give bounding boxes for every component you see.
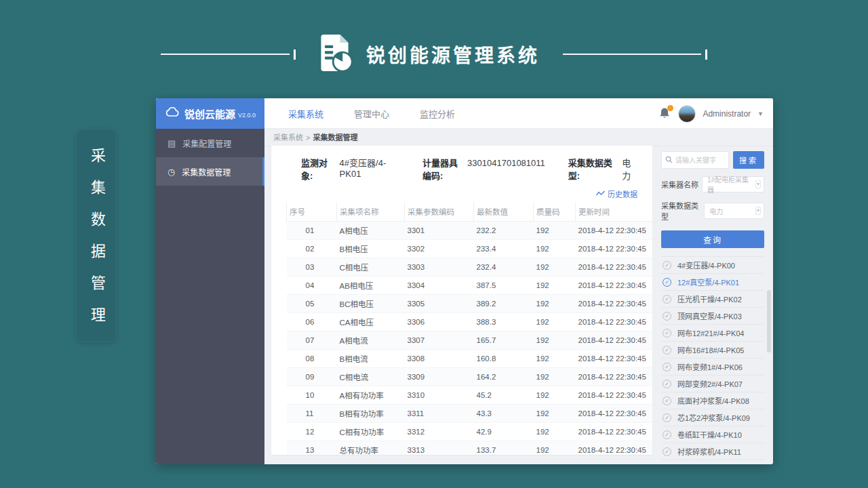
sidebar-item[interactable]: ◷ 采集数据管理 bbox=[156, 157, 264, 186]
search-field[interactable] bbox=[661, 151, 729, 169]
table-row[interactable]: 04 AB相电压 3304 387.5 192 2018-4-12 22:30:… bbox=[287, 277, 653, 295]
cell-time: 2018-4-12 22:30:45 bbox=[576, 295, 653, 313]
device-list-item[interactable]: ✓ 12#真空泵/4-PK01 bbox=[661, 274, 764, 291]
device-list-item[interactable]: ✓ 网部变频2#/4-PK07 bbox=[661, 375, 764, 392]
cell-name: B相电压 bbox=[337, 240, 405, 258]
cell-quality: 192 bbox=[534, 441, 576, 455]
table-row[interactable]: 02 B相电压 3302 233.4 192 2018-4-12 22:30:4… bbox=[287, 240, 653, 258]
cell-no: 03 bbox=[287, 258, 337, 277]
cell-quality: 192 bbox=[534, 295, 576, 313]
table-row[interactable]: 13 总有功功率 3313 133.7 192 2018-4-12 22:30:… bbox=[287, 441, 653, 455]
cell-quality: 192 bbox=[534, 258, 576, 277]
table-row[interactable]: 05 BC相电压 3305 389.2 192 2018-4-12 22:30:… bbox=[287, 295, 653, 313]
collector-select-value: 1#配电柜采集器 bbox=[707, 174, 755, 195]
device-list-item[interactable]: ✓ 网布16#18#/4-PK05 bbox=[661, 342, 764, 359]
cell-time: 2018-4-12 22:30:45 bbox=[576, 441, 653, 455]
table-header-cell: 质量码 bbox=[534, 202, 576, 222]
datatype-select[interactable]: 电力 ▾ bbox=[704, 203, 764, 219]
check-circle-icon: ✓ bbox=[663, 430, 671, 439]
cell-quality: 192 bbox=[534, 313, 576, 331]
top-nav-item[interactable]: 管理中心 bbox=[354, 107, 389, 120]
topbar-right: Administrator ▼ bbox=[659, 98, 764, 129]
cell-no: 09 bbox=[287, 368, 337, 386]
monitor-info-row: 监测对象: 4#变压器/4-PK01 计量器具编码: 3301041701081… bbox=[286, 146, 637, 182]
table-row[interactable]: 10 A相有功功率 3310 45.2 192 2018-4-12 22:30:… bbox=[287, 386, 653, 405]
page-title: 锐创能源管理系统 bbox=[366, 41, 540, 68]
cell-name: C相有功功率 bbox=[337, 423, 405, 441]
device-list-item[interactable]: ✓ 压光机干燥/4-PK02 bbox=[661, 291, 764, 308]
cell-value: 165.7 bbox=[474, 331, 534, 350]
app-topbar: 锐创云能源 V2.0.0 采集系统 管理中心 监控分析 bbox=[156, 98, 773, 129]
device-list-item[interactable]: ✓ 网布变频1#/4-PK06 bbox=[661, 359, 764, 375]
device-list-item[interactable]: ✓ 网布12#21#/4-PK04 bbox=[661, 325, 764, 342]
trend-line-icon bbox=[596, 190, 605, 198]
table-row[interactable]: 08 B相电流 3308 160.8 192 2018-4-12 22:30:4… bbox=[287, 350, 653, 368]
cell-value: 164.2 bbox=[474, 368, 534, 386]
datatype-label: 采集数据类型 bbox=[661, 200, 704, 222]
cell-code: 3304 bbox=[405, 277, 474, 295]
collector-filter-row: 采集器名称 1#配电柜采集器 ▾ bbox=[661, 176, 764, 192]
top-nav-item[interactable]: 采集系统 bbox=[288, 107, 323, 120]
cell-value: 388.3 bbox=[474, 313, 534, 331]
breadcrumb-current: 采集数据管理 bbox=[313, 134, 357, 142]
table-row[interactable]: 06 CA相电压 3306 388.3 192 2018-4-12 22:30:… bbox=[287, 313, 653, 331]
cell-no: 12 bbox=[287, 423, 337, 441]
check-circle-icon: ✓ bbox=[663, 261, 671, 270]
table-header: 序号 采集项名称 采集参数编码 最新数值 质量码 更新时间 bbox=[287, 202, 653, 222]
search-input[interactable] bbox=[675, 157, 725, 164]
search-icon bbox=[665, 154, 673, 166]
datatype-filter-row: 采集数据类型 电力 ▾ bbox=[661, 200, 764, 222]
search-button[interactable]: 搜索 bbox=[733, 151, 764, 169]
device-list-item[interactable]: ✓ 卷纸缸干燥/4-PK10 bbox=[661, 426, 764, 443]
check-circle-icon: ✓ bbox=[663, 396, 671, 405]
device-list-item[interactable]: ✓ 顶网真空泵/4-PK03 bbox=[661, 308, 764, 325]
cell-code: 3307 bbox=[405, 331, 474, 350]
cell-time: 2018-4-12 22:30:45 bbox=[576, 423, 653, 441]
breadcrumb: 采集系统>采集数据管理 bbox=[264, 129, 773, 146]
device-list-item[interactable]: ✓ 衬浆碎浆机/4-PK11 bbox=[661, 443, 764, 460]
cell-value: 232.4 bbox=[474, 258, 534, 277]
scrollbar-thumb[interactable] bbox=[767, 290, 771, 352]
device-list-item[interactable]: ✓ 芯1芯2冲浆泵/4-PK09 bbox=[661, 409, 764, 426]
table-row[interactable]: 03 C相电压 3303 232.4 192 2018-4-12 22:30:4… bbox=[287, 258, 653, 277]
avatar[interactable] bbox=[678, 105, 696, 123]
sidebar-item[interactable]: ▤ 采集配置管理 bbox=[156, 129, 264, 157]
banner: 锐创能源管理系统 bbox=[0, 27, 868, 81]
device-label: 压光机干燥/4-PK02 bbox=[677, 293, 742, 304]
breadcrumb-parent[interactable]: 采集系统 bbox=[273, 134, 303, 142]
table-row[interactable]: 11 B相有功功率 3311 43.3 192 2018-4-12 22:30:… bbox=[287, 405, 653, 423]
cell-name: B相有功功率 bbox=[337, 405, 405, 423]
cell-name: CA相电压 bbox=[337, 313, 405, 331]
notification-badge bbox=[667, 105, 673, 111]
table-header-cell: 最新数值 bbox=[474, 202, 534, 222]
cell-quality: 192 bbox=[534, 386, 576, 405]
cell-time: 2018-4-12 22:30:45 bbox=[576, 331, 653, 350]
cell-no: 10 bbox=[287, 386, 337, 405]
check-circle-icon: ✓ bbox=[663, 278, 671, 287]
device-label: 网布16#18#/4-PK05 bbox=[677, 344, 744, 355]
cell-name: 总有功功率 bbox=[337, 441, 405, 455]
check-circle-icon: ✓ bbox=[663, 312, 671, 321]
table-header-cell: 序号 bbox=[287, 202, 337, 222]
vertical-module-tab: 采集数据管理 bbox=[76, 129, 117, 342]
cell-code: 3308 bbox=[405, 350, 474, 368]
cell-time: 2018-4-12 22:30:45 bbox=[576, 258, 653, 277]
notification-bell-icon[interactable] bbox=[659, 107, 671, 121]
collector-select[interactable]: 1#配电柜采集器 ▾ bbox=[702, 176, 764, 192]
cell-name: C相电压 bbox=[337, 258, 405, 277]
device-list-item[interactable]: ✓ 4#变压器/4-PK00 bbox=[661, 257, 764, 274]
query-button[interactable]: 查询 bbox=[661, 230, 764, 248]
cell-no: 05 bbox=[287, 295, 337, 313]
table-row[interactable]: 12 C相有功功率 3312 42.9 192 2018-4-12 22:30:… bbox=[287, 423, 653, 441]
history-data-link[interactable]: 历史数据 bbox=[286, 188, 637, 199]
table-row[interactable]: 01 A相电压 3301 232.2 192 2018-4-12 22:30:4… bbox=[287, 222, 653, 240]
user-name[interactable]: Administrator bbox=[703, 109, 751, 119]
table-row[interactable]: 09 C相电流 3309 164.2 192 2018-4-12 22:30:4… bbox=[287, 368, 653, 386]
table-row[interactable]: 07 A相电流 3307 165.7 192 2018-4-12 22:30:4… bbox=[287, 331, 653, 350]
chevron-down-icon[interactable]: ▼ bbox=[757, 110, 764, 117]
table-header-cell: 更新时间 bbox=[576, 202, 653, 222]
cell-value: 42.9 bbox=[474, 423, 534, 441]
top-nav-item[interactable]: 监控分析 bbox=[420, 107, 455, 120]
device-list-item[interactable]: ✓ 底面衬冲浆泵/4-PK08 bbox=[661, 392, 764, 409]
device-label: 顶网真空泵/4-PK03 bbox=[677, 310, 742, 321]
